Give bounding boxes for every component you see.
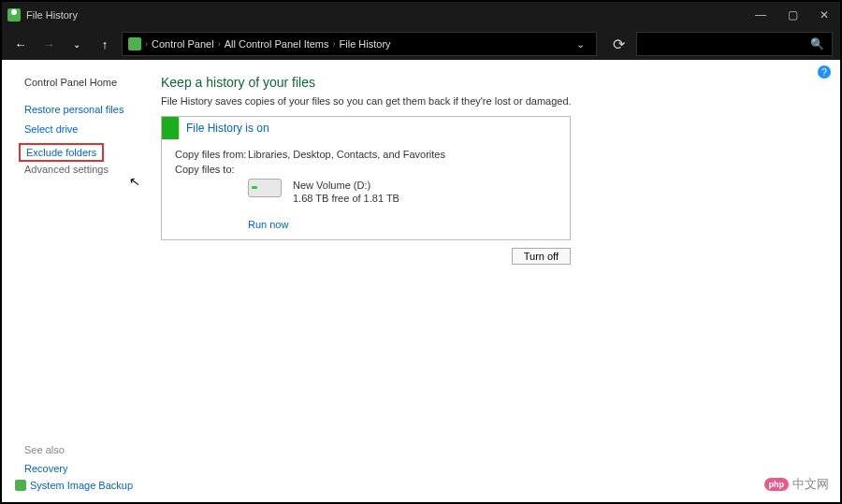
up-button[interactable]: ↑ bbox=[94, 33, 116, 55]
drive-text: New Volume (D:) 1.68 TB free of 1.81 TB bbox=[293, 179, 399, 206]
sidebar-bottom: See also Recovery System Image Backup bbox=[15, 444, 133, 491]
status-text: File History is on bbox=[179, 122, 269, 135]
search-icon: 🔍 bbox=[810, 37, 824, 50]
recovery-link[interactable]: Recovery bbox=[15, 463, 133, 474]
sidebar: Control Panel Home Restore personal file… bbox=[4, 60, 153, 500]
control-panel-home-link[interactable]: Control Panel Home bbox=[24, 77, 153, 88]
breadcrumb-all-items[interactable]: All Control Panel Items bbox=[225, 38, 329, 50]
drive-icon bbox=[248, 179, 282, 197]
chevron-right-icon: › bbox=[333, 39, 336, 49]
turn-off-button[interactable]: Turn off bbox=[512, 248, 571, 265]
watermark: php 中文网 bbox=[764, 476, 830, 493]
window-title: File History bbox=[26, 9, 78, 21]
watermark-text: 中文网 bbox=[792, 476, 829, 493]
close-button[interactable]: ✕ bbox=[808, 2, 840, 28]
titlebar: File History — ▢ ✕ bbox=[2, 2, 840, 28]
select-drive-link[interactable]: Select drive bbox=[24, 123, 153, 135]
recent-locations-button[interactable]: ⌄ bbox=[65, 33, 88, 55]
search-box[interactable]: 🔍 bbox=[636, 32, 833, 56]
system-image-backup-row[interactable]: System Image Backup bbox=[15, 480, 133, 491]
restore-personal-files-link[interactable]: Restore personal files bbox=[24, 104, 153, 115]
drive-name: New Volume (D:) bbox=[293, 179, 399, 192]
address-dropdown-button[interactable]: ⌄ bbox=[570, 34, 590, 54]
system-image-backup-link[interactable]: System Image Backup bbox=[30, 480, 133, 491]
turn-off-wrap: Turn off bbox=[161, 248, 571, 265]
window: File History — ▢ ✕ ← → ⌄ ↑ › Control Pan… bbox=[0, 0, 842, 504]
forward-button[interactable]: → bbox=[37, 33, 60, 55]
watermark-pill: php bbox=[764, 478, 790, 491]
drive-row: New Volume (D:) 1.68 TB free of 1.81 TB bbox=[175, 179, 557, 206]
main-panel: ? Keep a history of your files File Hist… bbox=[153, 60, 838, 500]
page-subtext: File History saves copies of your files … bbox=[161, 95, 820, 107]
window-controls: — ▢ ✕ bbox=[745, 2, 840, 28]
chevron-right-icon: › bbox=[145, 39, 148, 49]
address-bar[interactable]: › Control Panel › All Control Panel Item… bbox=[122, 32, 597, 56]
copy-to-row: Copy files to: bbox=[175, 164, 557, 175]
maximize-button[interactable]: ▢ bbox=[777, 2, 808, 28]
advanced-settings-link[interactable]: Advanced settings bbox=[24, 164, 153, 175]
breadcrumb-file-history[interactable]: File History bbox=[340, 38, 391, 50]
exclude-folders-highlight: Exclude folders bbox=[19, 143, 104, 162]
chevron-right-icon: › bbox=[218, 39, 221, 49]
control-panel-icon bbox=[128, 37, 141, 50]
see-also-label: See also bbox=[15, 444, 133, 455]
status-body: Copy files from: Libraries, Desktop, Con… bbox=[162, 139, 570, 239]
copy-to-label: Copy files to: bbox=[175, 164, 248, 175]
status-box: File History is on Copy files from: Libr… bbox=[161, 116, 571, 240]
navbar: ← → ⌄ ↑ › Control Panel › All Control Pa… bbox=[2, 28, 840, 60]
copy-from-row: Copy files from: Libraries, Desktop, Con… bbox=[175, 149, 557, 160]
shield-icon bbox=[15, 480, 26, 491]
copy-from-value: Libraries, Desktop, Contacts, and Favori… bbox=[248, 149, 445, 160]
breadcrumb-control-panel[interactable]: Control Panel bbox=[152, 38, 214, 50]
status-color-swatch bbox=[162, 117, 179, 139]
run-now-link[interactable]: Run now bbox=[248, 219, 288, 230]
back-button[interactable]: ← bbox=[9, 33, 32, 55]
copy-from-label: Copy files from: bbox=[175, 149, 248, 160]
help-icon[interactable]: ? bbox=[818, 65, 831, 79]
drive-space: 1.68 TB free of 1.81 TB bbox=[293, 192, 399, 205]
minimize-button[interactable]: — bbox=[745, 2, 777, 28]
app-icon bbox=[7, 8, 21, 22]
status-header: File History is on bbox=[162, 117, 570, 139]
page-heading: Keep a history of your files bbox=[161, 75, 820, 90]
exclude-folders-link[interactable]: Exclude folders bbox=[21, 147, 96, 158]
refresh-button[interactable]: ⟳ bbox=[606, 32, 631, 56]
content-area: Control Panel Home Restore personal file… bbox=[4, 60, 838, 500]
